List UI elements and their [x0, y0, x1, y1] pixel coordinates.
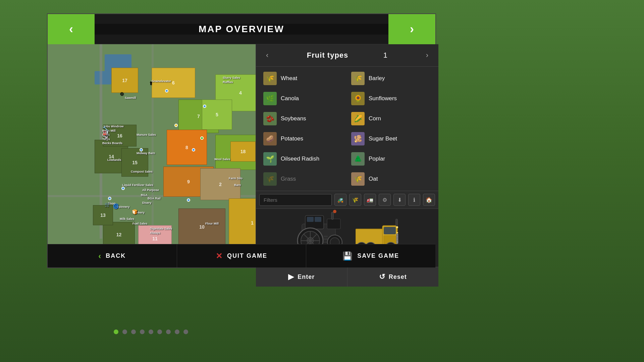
- poplar-label: Poplar: [369, 156, 385, 162]
- map-label-digestate: Digestate Sales: [150, 227, 172, 230]
- fruit-prev-button[interactable]: ‹: [263, 49, 272, 61]
- map-label-bgarail: BGA Rail: [148, 197, 161, 200]
- oilseed-icon: 🌱: [263, 152, 277, 166]
- filter-trailer-icon[interactable]: 🚛: [364, 194, 376, 206]
- oat-icon: 🌾: [351, 172, 365, 186]
- map-dot-7: [108, 197, 111, 200]
- sugarbeet-icon: 🫚: [351, 132, 365, 145]
- wheat-icon: 🌾: [263, 72, 277, 85]
- map-label-farmsilo: Farm Silo: [229, 177, 243, 180]
- quit-button[interactable]: ✕ QUIT GAME: [177, 244, 307, 267]
- filter-home-icon[interactable]: 🏠: [423, 194, 435, 206]
- prev-button[interactable]: ‹: [48, 14, 95, 44]
- fruit-item-poplar[interactable]: 🌲 Poplar: [347, 149, 435, 169]
- fruit-item-sunflowers[interactable]: 🌻 Sunflowers: [347, 88, 435, 109]
- dot-8[interactable]: [175, 329, 179, 334]
- map-icon-spinnery: 🌀: [113, 203, 119, 209]
- fruit-item-wheat[interactable]: 🌾 Wheat: [259, 68, 347, 88]
- svg-rect-14: [331, 212, 333, 220]
- map-label-woolsales: Wool Sales: [214, 158, 230, 161]
- map-field-f13: 13: [93, 205, 113, 225]
- map-dot-1: [165, 89, 168, 93]
- sunflowers-icon: 🌻: [351, 92, 365, 105]
- fruit-item-canola[interactable]: 🌿 Canola: [259, 88, 347, 109]
- map-label-milksales: Milk Sales: [120, 217, 135, 221]
- save-icon: 💾: [342, 251, 353, 261]
- svg-rect-17: [324, 238, 328, 240]
- map-field-f10: 10: [178, 208, 225, 244]
- filter-info-icon[interactable]: ℹ: [408, 194, 420, 206]
- filters-area: 🚜 🌾 🚛 ⚙ ⬇ ℹ 🏠: [256, 191, 438, 209]
- map-field-f8: 8: [167, 130, 207, 165]
- next-button[interactable]: ›: [388, 14, 435, 44]
- map-label-compost: Compost Sales: [131, 170, 153, 173]
- fruit-item-potatoes[interactable]: 🥔 Potatoes: [259, 129, 347, 149]
- dot-6[interactable]: [157, 329, 162, 334]
- svg-rect-1: [327, 219, 340, 229]
- dot-4[interactable]: [140, 329, 145, 334]
- filter-download-icon[interactable]: ⬇: [393, 194, 406, 206]
- canola-icon: 🌿: [263, 92, 277, 105]
- filter-gear-icon[interactable]: ⚙: [379, 194, 391, 206]
- canola-label: Canola: [281, 95, 299, 102]
- fruit-next-button[interactable]: ›: [423, 49, 432, 61]
- fruit-count: 1: [383, 51, 387, 60]
- map-label-grainelevator: Grainelevator: [152, 79, 171, 83]
- header-title-area: MAP OVERVIEW: [95, 24, 388, 35]
- svg-rect-20: [384, 227, 396, 234]
- map-label-lowlands: Lowlands: [107, 158, 121, 162]
- corn-label: Corn: [369, 115, 381, 122]
- dot-9[interactable]: [183, 329, 188, 334]
- dot-5[interactable]: [149, 329, 153, 334]
- page-title: MAP OVERVIEW: [199, 24, 284, 35]
- fruit-item-corn[interactable]: 🌽 Corn: [347, 109, 435, 129]
- map-dot-6: [187, 198, 190, 202]
- save-button[interactable]: 💾 SAVE GAME: [306, 244, 435, 267]
- sunflowers-label: Sunflowers: [369, 95, 397, 102]
- main-window: ‹ MAP OVERVIEW › 17647538921814151: [47, 13, 436, 268]
- enter-button[interactable]: ▶ Enter: [256, 267, 347, 287]
- map-icon-shop: 🛒: [105, 202, 110, 207]
- back-button[interactable]: ‹ BACK: [48, 244, 177, 267]
- map-label-bga: BGA: [141, 193, 148, 197]
- header: ‹ MAP OVERVIEW ›: [48, 14, 435, 44]
- wheat-label: Wheat: [281, 75, 297, 82]
- dot-1[interactable]: [114, 329, 118, 334]
- fruit-types-title: Fruit types: [307, 51, 348, 60]
- filter-tractor-icon[interactable]: 🚜: [334, 194, 346, 206]
- poplar-icon: 🌲: [351, 152, 365, 166]
- enter-label: Enter: [298, 274, 315, 281]
- soybeans-icon: 🫘: [263, 112, 277, 125]
- fruit-item-oilseed[interactable]: 🌱 Oilseed Radish: [259, 149, 347, 169]
- dot-3[interactable]: [131, 329, 136, 334]
- map-label-fuelsales: Fuel Sales: [132, 222, 148, 225]
- enter-icon: ▶: [288, 273, 294, 281]
- filter-input[interactable]: [259, 194, 332, 206]
- dot-2[interactable]: [122, 329, 127, 334]
- dot-7[interactable]: [166, 329, 171, 334]
- barley-label: Barley: [369, 75, 385, 82]
- map-dot-yellow-1: [174, 124, 178, 127]
- potatoes-label: Potatoes: [281, 135, 303, 142]
- map-icon-sawmill: ⚙: [120, 91, 124, 97]
- fruit-item-sugarbeet[interactable]: 🫚 Sugar Beet: [347, 129, 435, 149]
- reset-button[interactable]: ↺ Reset: [347, 267, 439, 287]
- map-field-f6: 6: [152, 68, 195, 98]
- fruit-item-barley[interactable]: 🌾 Barley: [347, 68, 435, 88]
- chevron-right-icon: ›: [410, 22, 414, 36]
- map-label-becks: Becks Boards: [102, 141, 122, 145]
- map-field-f18: 18: [230, 141, 256, 162]
- map-field-f17: 17: [111, 68, 138, 93]
- map-label-sawmill: Sawmill: [125, 96, 136, 100]
- fruit-item-soybeans[interactable]: 🫘 Soybeans: [259, 109, 347, 129]
- fruit-item-oat[interactable]: 🌾 Oat: [347, 169, 435, 189]
- filter-harvester-icon[interactable]: 🌾: [349, 194, 361, 206]
- map-icon-bulls: 🐄: [103, 134, 108, 139]
- soybeans-label: Soybeans: [281, 115, 306, 122]
- barley-icon: 🌾: [351, 72, 365, 85]
- map-label-flourmill: Flour Mill: [205, 222, 219, 225]
- map-icon-grainelevator: ⬆: [149, 80, 153, 86]
- back-icon: ‹: [98, 251, 102, 261]
- map-dot-3: [192, 148, 195, 152]
- svg-rect-16: [324, 236, 328, 237]
